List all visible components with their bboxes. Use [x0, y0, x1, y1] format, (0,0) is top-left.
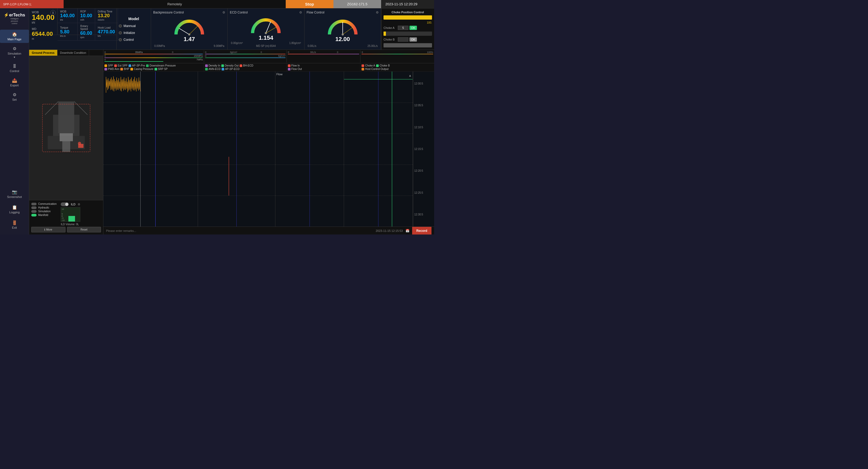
ecd-title: ECD Control	[230, 10, 248, 14]
model-option-initialize[interactable]: Initialize	[119, 31, 149, 35]
comm-item-communication: Communication	[31, 202, 57, 205]
wob-panel: ℹ WOB 140.00 kN MD 6544.00 m	[29, 8, 58, 35]
metric-rop: ROP 10.00 m/h	[78, 8, 95, 23]
sidebar-item-logging[interactable]: 📋 Logging	[0, 203, 29, 216]
backpressure-title: Backpressure Control	[153, 10, 184, 14]
settings-icon[interactable]: ⚙	[222, 10, 225, 14]
ild-toggle-knob	[65, 203, 68, 206]
chart-density	[198, 71, 275, 226]
time-label-3: 12:15:5	[414, 148, 433, 151]
ground-process-panel: Ground Process Downhole Condition	[29, 50, 103, 234]
remarks-input[interactable]	[106, 229, 373, 232]
tab-downhole-condition[interactable]: Downhole Condition	[58, 50, 89, 56]
comm-ild-row: Communication Hydraulic Simulation	[31, 202, 101, 226]
control-icon: 🎛	[12, 64, 17, 69]
radio-control[interactable]	[119, 38, 122, 41]
gp-buttons: ℹ More Reset	[31, 227, 101, 232]
chart-choke: ▲	[344, 71, 413, 226]
legend-density-out: Density Out	[221, 64, 239, 67]
sidebar-item-export[interactable]: 📤 Export	[0, 76, 29, 89]
comm-dot-simulation	[31, 210, 37, 213]
comm-dot-hydraulic	[31, 207, 37, 209]
choke-b-row: Choke B OK	[383, 37, 432, 41]
legend-bhp: BHP	[120, 68, 129, 70]
md-section: MD 6544.00 m	[32, 27, 55, 40]
legend-casing-pressure: Casing Pressure	[130, 68, 153, 70]
legend-ann-ecd: ANN-ECD	[205, 68, 221, 70]
ild-bar	[68, 216, 75, 221]
choke-a-input[interactable]	[398, 26, 408, 30]
sidebar: ⚡erTechs Intelligentpressurecontrol 🏠 Ma…	[0, 8, 29, 234]
choke-b-ok-button[interactable]: OK	[409, 37, 417, 41]
legend-flow-out: Flow Out	[288, 68, 302, 70]
logo-text: ⚡erTechs	[4, 12, 25, 18]
sidebar-item-exit[interactable]: 🚪 Exit	[0, 218, 29, 231]
stop-button[interactable]: Stop	[286, 0, 333, 8]
settings-icon[interactable]: ⚙	[376, 10, 379, 14]
reset-btn[interactable]: Reset	[67, 227, 101, 232]
legend-section-2: Density In Density Out BH-ECD	[204, 63, 287, 71]
choke-a-ok-button[interactable]: OK	[409, 26, 417, 30]
choke-title: Choke Position Control	[383, 10, 432, 14]
sidebar-item-set[interactable]: ⚙ Set	[0, 90, 29, 103]
sidebar-item-screenshot[interactable]: 📷 Screenshot	[0, 187, 29, 200]
choke-b-bar	[383, 43, 432, 48]
legend-est-spp: Est SPP	[114, 64, 127, 67]
sidebar-bottom: 📷 Screenshot 📋 Logging 🚪 Exit	[0, 187, 29, 234]
backpressure-gauge-panel: Backpressure Control ⚙	[151, 8, 228, 50]
legend-ap-sp-pre: AP-SP-Pre	[128, 64, 145, 67]
top-header: SPP-1;CP-1;FLOW-1; Remotely Stop ZG162-1…	[0, 0, 434, 8]
tab-ground-process[interactable]: Ground Process	[29, 50, 58, 56]
charts-main: Flow	[103, 71, 434, 226]
time-label-2: 12:10:5	[414, 126, 433, 129]
chart-scroll-up-icon[interactable]: ▲	[408, 74, 412, 77]
scale-section-4: 0100%	[361, 50, 434, 63]
metric-hook-load: Hook Load 4770.00 kN	[95, 23, 118, 40]
metrics-grid: WOB 140.00 kN ROP 10.00 m/h Drilling Tim…	[58, 8, 118, 35]
settings-icon[interactable]: ⚙	[299, 10, 302, 14]
info-btn[interactable]: ℹ More	[31, 227, 65, 232]
flow-gauge-svg	[327, 17, 359, 36]
metric-torque: Torque 5.80 kN.m	[58, 23, 78, 40]
model-option-mannual[interactable]: Mannual	[119, 24, 149, 28]
time-label-0: 12:00:5	[414, 82, 433, 85]
ild-toggle[interactable]	[61, 202, 69, 206]
legend-pwd-ann: PWD Ann	[104, 68, 119, 70]
radio-initialize[interactable]	[119, 31, 122, 34]
time-axis: 12:00:5 12:05:5 12:10:5 12:15:5 12:20:5 …	[413, 71, 434, 226]
record-button[interactable]: Record	[412, 227, 432, 234]
choke-b-input[interactable]	[398, 37, 408, 41]
logging-icon: 📋	[12, 205, 17, 210]
md-label: MD	[32, 27, 55, 30]
model-option-control[interactable]: Control	[119, 38, 149, 41]
wob-unit: kN	[32, 21, 55, 24]
sidebar-item-label: Set	[12, 98, 17, 101]
comm-dot-communication	[31, 203, 37, 205]
ecd-gauge-body: 1.154	[230, 15, 302, 41]
flow-range: 0.00L/s 25.00L/s	[307, 44, 379, 48]
ecd-gauge-panel: ECD Control ⚙ 1.154	[228, 8, 304, 50]
ild-volume: ILD Volume: 0L	[61, 223, 80, 226]
gp-bottom: Communication Hydraulic Simulation	[29, 200, 103, 234]
radio-mannual[interactable]	[119, 24, 122, 28]
legend-section-1: SPP Est SPP AP-SP-Pre	[103, 63, 204, 71]
legend-section-3: Flow In Flow Out	[287, 63, 361, 71]
home-icon: 🏠	[12, 32, 17, 37]
calendar-icon[interactable]: 📅	[405, 229, 409, 232]
info-icon[interactable]: ℹ	[50, 10, 56, 15]
metric-wob: WOB 140.00 kN	[58, 8, 78, 23]
logo: ⚡erTechs Intelligentpressurecontrol	[3, 10, 27, 27]
sidebar-item-control[interactable]: 🎛 Control	[0, 62, 29, 75]
sidebar-item-main-page[interactable]: 🏠 Main Page	[0, 30, 29, 43]
choke-a-label: Choke A	[383, 26, 397, 29]
sidebar-item-simulation[interactable]: ⚙ Simulation ▼	[0, 44, 29, 61]
model-panel: Model Mannual Initialize Control	[117, 8, 151, 50]
ild-settings-icon[interactable]: ⚙	[78, 203, 80, 206]
screenshot-icon: 📷	[12, 189, 17, 194]
comm-item-simulation: Simulation	[31, 210, 57, 213]
pressure-waveform	[103, 71, 198, 226]
ild-header: ILD ⚙	[61, 202, 80, 206]
legend-srp-sp: SRP SP	[155, 68, 168, 70]
legend-ap-sp-ecd: AP-SP-ECD	[222, 68, 239, 70]
model-title: Model	[128, 17, 139, 21]
